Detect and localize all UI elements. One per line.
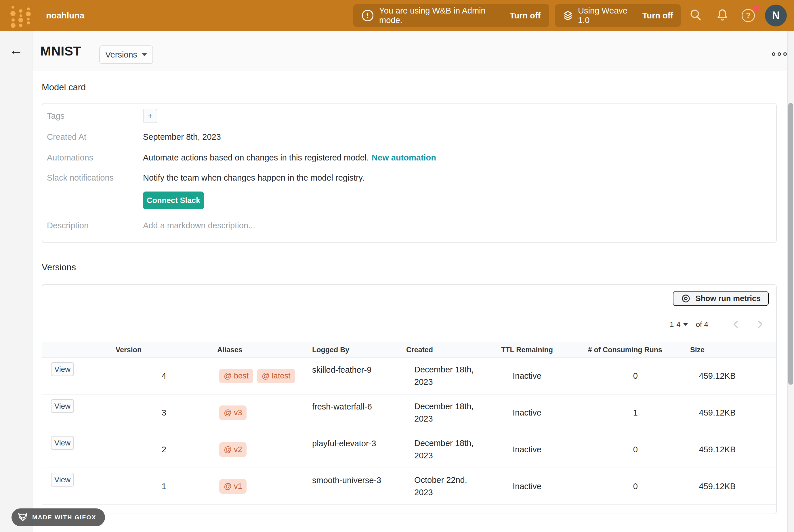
scrollbar-track[interactable] (787, 31, 794, 532)
show-run-metrics-label: Show run metrics (695, 294, 761, 303)
consuming-runs-count: 0 (564, 445, 674, 454)
alias-badge[interactable]: @ latest (257, 369, 295, 383)
alias-badge[interactable]: @ v3 (219, 405, 247, 420)
table-row: View 1 @ v1 smooth-universe-3 October 22… (42, 468, 776, 505)
alias-badge[interactable]: @ best (219, 369, 253, 383)
ttl-value: Inactive (490, 445, 564, 454)
model-card-heading: Model card (42, 82, 86, 93)
scrollbar-thumb[interactable] (788, 103, 793, 385)
chevron-down-icon (142, 53, 147, 56)
version-number: 1 (87, 482, 170, 491)
connect-slack-button[interactable]: Connect Slack (143, 191, 204, 209)
pagination-total: of 4 (696, 320, 708, 329)
weave-turn-off-button[interactable]: Turn off (642, 11, 673, 20)
entity-name[interactable]: noahluna (46, 0, 84, 31)
aliases-cell: @ v1 (170, 479, 305, 494)
wandb-dots-logo[interactable] (9, 3, 35, 28)
size-value: 459.12KB (674, 371, 736, 381)
new-automation-link[interactable]: New automation (372, 153, 436, 162)
size-value: 459.12KB (674, 408, 736, 418)
chevron-down-icon (683, 323, 688, 326)
notification-dot (753, 5, 759, 12)
consuming-runs-count: 1 (564, 408, 674, 418)
consuming-runs-count: 0 (564, 371, 674, 381)
table-row: View 3 @ v3 fresh-waterfall-6 December 1… (42, 395, 776, 431)
tags-label: Tags (47, 111, 143, 121)
model-card-panel: Tags + Created At September 8th, 2023 Au… (42, 103, 777, 243)
gifox-badge-text: MADE WITH GIFOX (32, 514, 96, 521)
consuming-runs-count: 0 (564, 482, 674, 491)
avatar-initial: N (772, 10, 780, 22)
description-placeholder[interactable]: Add a markdown description... (143, 221, 772, 230)
kebab-menu-icon[interactable] (772, 52, 787, 56)
aliases-cell: @ best @ latest (170, 369, 305, 383)
col-aliases: Aliases (170, 346, 305, 354)
page-title: MNIST (40, 44, 81, 59)
logged-by-run-link[interactable]: playful-elevator-3 (305, 431, 403, 448)
weave-layers-icon (563, 10, 573, 21)
versions-panel: Show run metrics 1-4 of 4 Version Aliase… (42, 284, 777, 514)
eye-icon (681, 293, 691, 303)
size-value: 459.12KB (674, 482, 736, 491)
aliases-cell: @ v3 (170, 405, 305, 420)
pagination: 1-4 of 4 (670, 319, 765, 330)
view-button[interactable]: View (51, 436, 74, 450)
col-created: Created (403, 346, 490, 354)
pagination-range-dropdown[interactable]: 1-4 (670, 320, 681, 329)
table-row: View 4 @ best @ latest skilled-feather-9… (42, 358, 776, 395)
automations-text: Automate actions based on changes in thi… (143, 153, 369, 162)
version-number: 4 (87, 371, 170, 381)
search-icon[interactable] (689, 8, 702, 23)
logged-by-run-link[interactable]: fresh-waterfall-6 (305, 395, 403, 412)
admin-turn-off-button[interactable]: Turn off (510, 11, 541, 20)
created-at-value: September 8th, 2023 (143, 132, 772, 142)
bell-icon[interactable] (716, 8, 729, 23)
size-value: 459.12KB (674, 445, 736, 454)
help-icon[interactable]: ? (742, 9, 755, 22)
description-label: Description (47, 221, 143, 230)
ttl-value: Inactive (490, 482, 564, 491)
aliases-cell: @ v2 (170, 442, 305, 457)
chevron-right-icon[interactable] (755, 320, 765, 329)
versions-dropdown[interactable]: Versions (99, 45, 153, 64)
versions-table-header: Version Aliases Logged By Created TTL Re… (42, 342, 776, 358)
back-arrow-icon[interactable]: ← (9, 43, 23, 57)
alert-circle-icon: ! (362, 10, 373, 21)
col-size: Size (674, 346, 736, 354)
fox-icon (17, 512, 28, 523)
col-consuming-runs: # of Consuming Runs (564, 346, 674, 354)
main-content: Model card Tags + Created At September 8… (33, 71, 787, 532)
automations-value: Automate actions based on changes in thi… (143, 153, 772, 163)
versions-heading: Versions (42, 262, 76, 272)
versions-table: Version Aliases Logged By Created TTL Re… (42, 342, 776, 505)
versions-dropdown-label: Versions (105, 50, 137, 59)
weave-banner: Using Weave 1.0 Turn off (555, 4, 681, 27)
col-ttl-remaining: TTL Remaining (490, 346, 564, 354)
col-version: Version (87, 346, 170, 354)
table-row: View 2 @ v2 playful-elevator-3 December … (42, 431, 776, 468)
admin-banner-text: You are using W&B in Admin mode. (379, 6, 500, 25)
view-button[interactable]: View (51, 362, 74, 376)
automations-label: Automations (47, 153, 143, 163)
avatar[interactable]: N (765, 5, 787, 26)
alias-badge[interactable]: @ v1 (219, 479, 247, 494)
created-date: December 18th, 2023 (403, 400, 480, 425)
logged-by-run-link[interactable]: skilled-feather-9 (305, 358, 403, 375)
slack-notifications-text: Notify the team when changes happen in t… (143, 173, 772, 183)
made-with-gifox-badge[interactable]: MADE WITH GIFOX (12, 508, 105, 526)
alias-badge[interactable]: @ v2 (219, 442, 247, 457)
chevron-left-icon[interactable] (731, 320, 741, 329)
ttl-value: Inactive (490, 408, 564, 418)
slack-notifications-label: Slack notifications (47, 173, 143, 183)
show-run-metrics-button[interactable]: Show run metrics (673, 291, 769, 306)
version-number: 2 (87, 445, 170, 454)
top-navbar: noahluna ! You are using W&B in Admin mo… (0, 0, 794, 31)
add-tag-button[interactable]: + (143, 109, 157, 123)
view-button[interactable]: View (51, 399, 74, 413)
col-logged-by: Logged By (305, 346, 403, 354)
created-date: December 18th, 2023 (403, 437, 480, 462)
logged-by-run-link[interactable]: smooth-universe-3 (305, 468, 403, 485)
view-button[interactable]: View (51, 473, 74, 487)
weave-banner-text: Using Weave 1.0 (578, 6, 634, 25)
version-number: 3 (87, 408, 170, 418)
